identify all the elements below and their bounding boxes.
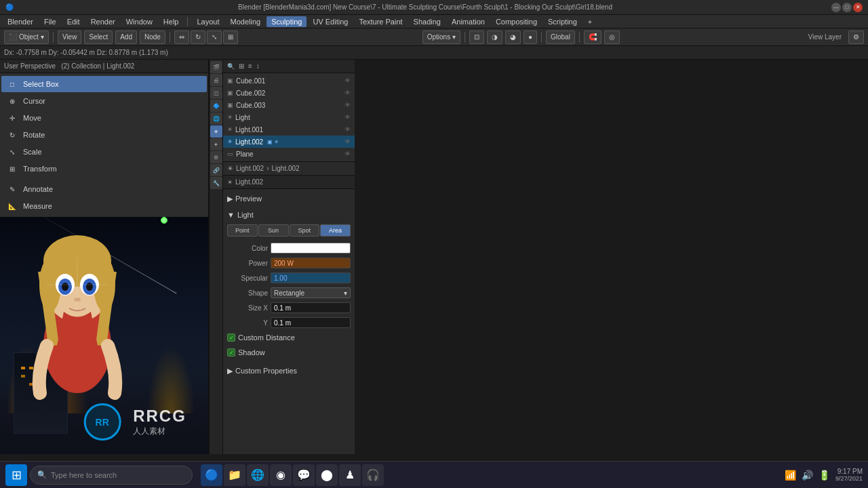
workspace-scripting[interactable]: Scripting: [543, 16, 582, 27]
transform-btn[interactable]: ⊞: [223, 30, 238, 44]
mode-selector[interactable]: ⬛ Object ▾: [4, 30, 49, 44]
options-btn[interactable]: Options ▾: [422, 30, 460, 44]
tool-scale[interactable]: ⤡ Scale: [1, 144, 207, 160]
light002-visibility[interactable]: 👁: [344, 138, 351, 145]
select-menu[interactable]: Select: [84, 30, 113, 44]
size-y-field[interactable]: 0.1 m: [271, 317, 351, 328]
tree-item-light[interactable]: ☀ Light 👁: [223, 111, 355, 123]
workspace-uv[interactable]: UV Editing: [308, 16, 353, 27]
workspace-sculpting[interactable]: Sculpting: [267, 16, 307, 27]
material-btn[interactable]: ◕: [505, 30, 521, 44]
global-btn[interactable]: Global: [546, 30, 575, 44]
tool-cursor[interactable]: ⊕ Cursor: [1, 93, 207, 109]
maximize-button[interactable]: □: [842, 3, 852, 12]
start-button[interactable]: ⊞: [5, 464, 27, 486]
cube002-visibility[interactable]: 👁: [344, 89, 351, 96]
rendered-btn[interactable]: ●: [524, 30, 537, 44]
workspace-animation[interactable]: Animation: [447, 16, 490, 27]
network-icon[interactable]: 📶: [785, 470, 796, 481]
workspace-shading[interactable]: Shading: [409, 16, 446, 27]
output-props-btn[interactable]: 🖨: [210, 74, 222, 86]
tree-item-plane[interactable]: ▭ Plane 👁: [223, 148, 355, 160]
translate-btn[interactable]: ⇔: [174, 30, 189, 44]
volume-icon[interactable]: 🔊: [802, 470, 813, 481]
tree-item-cube003[interactable]: ▣ Cube.003 👁: [223, 99, 355, 111]
tool-select-box[interactable]: □ Select Box: [1, 76, 207, 92]
scale-btn[interactable]: ⤡: [207, 30, 222, 44]
taskbar-edge[interactable]: 🌐: [247, 464, 269, 486]
shape-dropdown[interactable]: Rectangle ▾: [271, 287, 351, 298]
taskbar-blender[interactable]: 🔵: [201, 464, 222, 486]
taskbar-steam[interactable]: ♟: [339, 464, 361, 486]
custom-distance-checkbox[interactable]: ✓: [227, 333, 235, 342]
modifiers-btn[interactable]: 🔧: [210, 177, 222, 189]
tree-item-light002[interactable]: ☀ Light.002 ▣ ☀ 👁: [223, 136, 355, 148]
taskbar-discord[interactable]: 💬: [293, 464, 315, 486]
add-menu[interactable]: Add: [115, 30, 137, 44]
light-type-spot[interactable]: Spot: [290, 224, 320, 237]
rotate-btn[interactable]: ↻: [191, 30, 205, 44]
workspace-add[interactable]: +: [583, 16, 597, 27]
light-type-sun[interactable]: Sun: [258, 224, 289, 237]
window-controls[interactable]: — □ ✕: [831, 3, 863, 12]
minimize-button[interactable]: —: [831, 3, 841, 12]
menu-window[interactable]: Window: [121, 16, 157, 27]
render-props-btn[interactable]: 🎬: [210, 61, 222, 73]
cube001-visibility[interactable]: 👁: [344, 77, 351, 84]
color-swatch[interactable]: [271, 243, 351, 253]
scene-viewport[interactable]: RR RRCG 人人素材: [0, 217, 208, 454]
menu-blender[interactable]: Blender: [3, 16, 38, 27]
shadow-checkbox[interactable]: ✓: [227, 348, 235, 357]
tree-item-cube002[interactable]: ▣ Cube.002 👁: [223, 87, 355, 99]
snap-btn[interactable]: 🧲: [584, 30, 601, 44]
constraints-btn[interactable]: 🔗: [210, 164, 222, 176]
size-x-field[interactable]: 0.1 m: [271, 302, 351, 313]
menu-help[interactable]: Help: [159, 16, 184, 27]
proportional-btn[interactable]: ◎: [604, 30, 620, 44]
taskbar-headphones[interactable]: 🎧: [362, 464, 384, 486]
light-section-header[interactable]: ▼ Light: [227, 208, 351, 222]
menu-render[interactable]: Render: [86, 16, 120, 27]
light-type-area[interactable]: Area: [320, 224, 351, 237]
tool-move[interactable]: ✛ Move: [1, 110, 207, 126]
clock[interactable]: 9:17 PM 9/27/2021: [835, 468, 863, 482]
power-field[interactable]: 200 W: [271, 258, 351, 268]
tool-transform[interactable]: ⊞ Transform: [1, 161, 207, 177]
workspace-compositing[interactable]: Compositing: [491, 16, 542, 27]
workspace-texture[interactable]: Texture Paint: [354, 16, 407, 27]
menu-edit[interactable]: Edit: [62, 16, 85, 27]
particles-btn[interactable]: ✦: [210, 138, 222, 150]
render-properties[interactable]: ⚙: [848, 30, 864, 44]
tree-item-light001[interactable]: ☀ Light.001 👁: [223, 123, 355, 136]
light-visibility[interactable]: 👁: [344, 114, 351, 121]
custom-props-header[interactable]: ▶ Custom Properties: [227, 364, 351, 378]
preview-section-header[interactable]: ▶ Preview: [227, 192, 351, 205]
taskbar-file-explorer[interactable]: 📁: [224, 464, 245, 486]
tool-rotate[interactable]: ↻ Rotate: [1, 127, 207, 143]
taskbar-chrome[interactable]: ◉: [270, 464, 292, 486]
wireframe-btn[interactable]: ⊡: [469, 30, 484, 44]
workspace-modeling[interactable]: Modeling: [225, 16, 265, 27]
object-data-props-btn[interactable]: ☀: [210, 125, 222, 138]
scene-props-btn[interactable]: 🔷: [210, 100, 222, 112]
menu-file[interactable]: File: [39, 16, 61, 27]
view-layer-props-btn[interactable]: ◫: [210, 87, 222, 99]
node-menu[interactable]: Node: [140, 30, 165, 44]
taskbar-search-box[interactable]: 🔍 Type here to search: [30, 466, 193, 485]
taskbar-obs[interactable]: ⬤: [316, 464, 338, 486]
battery-icon[interactable]: 🔋: [818, 470, 830, 481]
close-button[interactable]: ✕: [853, 3, 863, 12]
tool-measure[interactable]: 📐 Measure: [1, 198, 207, 214]
tree-item-cube001[interactable]: ▣ Cube.001 👁: [223, 75, 355, 87]
specular-field[interactable]: 1.00: [271, 272, 351, 283]
light001-visibility[interactable]: 👁: [344, 126, 351, 133]
cube003-visibility[interactable]: 👁: [344, 102, 351, 108]
world-props-btn[interactable]: 🌐: [210, 113, 222, 125]
workspace-layout[interactable]: Layout: [192, 16, 224, 27]
view-menu[interactable]: View: [58, 30, 82, 44]
solid-btn[interactable]: ◑: [487, 30, 502, 44]
light-type-point[interactable]: Point: [227, 224, 258, 237]
tool-annotate[interactable]: ✎ Annotate: [1, 181, 207, 197]
physics-btn[interactable]: ⚙: [210, 151, 222, 163]
plane-visibility[interactable]: 👁: [344, 150, 351, 157]
